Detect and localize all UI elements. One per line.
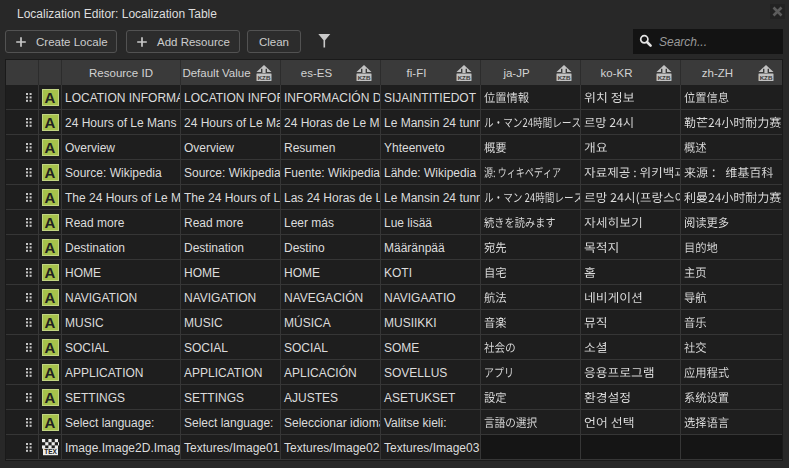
svg-text:KZB: KZB (658, 73, 671, 80)
svg-text:KZB: KZB (258, 73, 271, 80)
svg-text:KZB: KZB (458, 73, 471, 80)
svg-text:TEX: TEX (44, 448, 57, 455)
svg-text:KZB: KZB (760, 73, 773, 80)
svg-text:KZB: KZB (558, 73, 571, 80)
svg-text:KZB: KZB (358, 73, 371, 80)
